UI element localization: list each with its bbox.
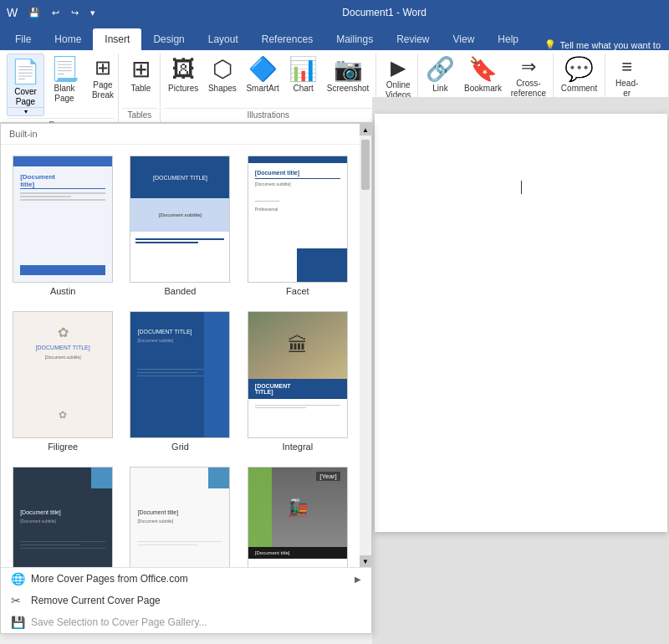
illustrations-group-items: 🖼 Pictures ⬡ Shapes 🔷 SmartArt 📊 Chart 📷 — [164, 54, 372, 106]
blank-page-label: BlankPage — [54, 84, 74, 104]
chart-icon: 📊 — [289, 58, 318, 81]
facet-thumbnail: [Document title] [Document subtitle] ———… — [248, 156, 348, 283]
shapes-label: Shapes — [208, 84, 237, 94]
customize-button[interactable]: ▾ — [86, 6, 100, 20]
more-cover-pages-label: More Cover Pages from Office.com — [31, 573, 188, 585]
template-austin[interactable]: [Documenttitle] Austin — [8, 151, 118, 300]
template-integral[interactable]: 🏛 [DOCUMENT TITLE] Integral — [243, 307, 353, 456]
cover-page-dropdown-arrow[interactable]: ▾ — [7, 108, 44, 116]
tab-review[interactable]: Review — [385, 28, 441, 50]
remove-cover-page-label: Remove Current Cover Page — [31, 595, 161, 606]
screenshot-button[interactable]: 📷 Screenshot — [324, 54, 372, 96]
screenshot-label: Screenshot — [327, 84, 370, 94]
save-selection-item: 💾 Save Selection to Cover Page Gallery..… — [1, 611, 371, 633]
cover-page-split-button[interactable]: 📄 CoverPage ▾ — [7, 54, 44, 116]
window-title: Document1 - Word — [106, 7, 662, 18]
banded-thumbnail: [DOCUMENT TITLE] [Document subtitle] — [130, 156, 230, 283]
template-ion-light[interactable]: [Document title] [Document subtitle] Ion… — [125, 463, 235, 567]
template-ion-dark[interactable]: [Document title] [Document subtitle] Ion… — [8, 463, 118, 567]
template-banded[interactable]: [DOCUMENT TITLE] [Document subtitle] Ban… — [125, 151, 235, 300]
cover-page-dropdown: Built-in [Documenttitle] Austin — [0, 123, 372, 634]
grid-thumbnail: [DOCUMENT TITLE] [Document subtitle] — [130, 311, 230, 438]
tables-group-items: ⊞ Table — [122, 54, 156, 106]
comment-button[interactable]: 💬 Comment — [557, 54, 600, 96]
bookmark-label: Bookmark — [464, 84, 502, 94]
smartart-label: SmartArt — [246, 84, 278, 94]
cover-page-icon: 📄 — [11, 58, 40, 85]
tab-insert[interactable]: Insert — [93, 28, 141, 50]
shapes-icon: ⬡ — [212, 58, 232, 81]
shapes-button[interactable]: ⬡ Shapes — [204, 54, 241, 96]
austin-label: Austin — [50, 286, 76, 296]
pictures-icon: 🖼 — [171, 58, 195, 81]
header-icon: ≡ — [621, 58, 632, 76]
more-cover-pages-icon: 🌐 — [11, 572, 24, 585]
scroll-up-button[interactable]: ▲ — [360, 124, 371, 135]
scroll-down-button[interactable]: ▼ — [360, 555, 371, 567]
template-motion[interactable]: 🚂 [Year] [Document title] Motion — [243, 463, 353, 567]
scroll-thumb[interactable] — [361, 140, 370, 190]
pages-group: 📄 CoverPage ▾ 📃 BlankPage ⊞ PageBreak Pa… — [3, 54, 119, 122]
tab-file[interactable]: File — [3, 28, 43, 50]
search-area: 💡 Tell me what you want to — [536, 39, 669, 50]
motion-thumbnail: 🚂 [Year] [Document title] — [248, 467, 348, 567]
smartart-button[interactable]: 🔷 SmartArt — [243, 54, 283, 96]
table-label: Table — [130, 84, 151, 94]
document-page — [375, 114, 667, 532]
document-area — [372, 97, 669, 644]
link-icon: 🔗 — [426, 58, 455, 81]
remove-cover-page-item[interactable]: ✂ Remove Current Cover Page — [1, 590, 371, 611]
ion-dark-thumbnail: [Document title] [Document subtitle] — [13, 467, 113, 567]
tab-view[interactable]: View — [442, 28, 487, 50]
tab-mailings[interactable]: Mailings — [324, 28, 385, 50]
more-cover-pages-arrow: ▶ — [355, 575, 361, 584]
table-button[interactable]: ⊞ Table — [122, 54, 159, 96]
tab-layout[interactable]: Layout — [197, 28, 250, 50]
cross-reference-button[interactable]: ⇒ Cross-reference — [507, 54, 549, 101]
template-filigree[interactable]: ✿ [DOCUMENT TITLE] [Document subtitle] ✿… — [8, 307, 118, 456]
banded-label: Banded — [165, 286, 197, 296]
online-videos-button[interactable]: ▶ OnlineVideos — [380, 54, 416, 103]
save-selection-label: Save Selection to Cover Page Gallery... — [31, 616, 207, 628]
search-label[interactable]: Tell me what you want to — [560, 40, 661, 50]
quick-access-toolbar: 💾 ↩ ↪ ▾ — [24, 6, 100, 20]
dropdown-scrollbar[interactable]: ▲ ▼ — [360, 124, 371, 567]
link-button[interactable]: 🔗 Link — [421, 54, 459, 96]
cover-page-button[interactable]: 📄 CoverPage — [7, 54, 44, 108]
table-icon: ⊞ — [131, 58, 151, 81]
template-grid[interactable]: [DOCUMENT TITLE] [Document subtitle] Gri… — [125, 307, 235, 456]
page-break-label: PageBreak — [92, 80, 114, 100]
scroll-track — [360, 135, 371, 555]
bookmark-button[interactable]: 🔖 Bookmark — [461, 54, 506, 96]
tab-home[interactable]: Home — [43, 28, 93, 50]
page-break-button[interactable]: ⊞ PageBreak — [84, 54, 121, 103]
redo-button[interactable]: ↪ — [67, 6, 83, 20]
comment-label: Comment — [561, 84, 597, 94]
facet-label: Facet — [286, 286, 309, 296]
comment-icon: 💬 — [564, 58, 594, 81]
pictures-button[interactable]: 🖼 Pictures — [164, 54, 202, 96]
title-bar: W 💾 ↩ ↪ ▾ Document1 - Word — [0, 0, 669, 25]
header-footer-group-items: ≡ Head-er — [609, 54, 665, 101]
remove-cover-page-icon: ✂ — [11, 594, 24, 607]
undo-button[interactable]: ↩ — [48, 6, 64, 20]
chart-button[interactable]: 📊 Chart — [284, 54, 322, 96]
tab-design[interactable]: Design — [141, 28, 196, 50]
bookmark-icon: 🔖 — [468, 58, 498, 81]
tab-references[interactable]: References — [250, 28, 324, 50]
chart-label: Chart — [293, 84, 313, 94]
header-button[interactable]: ≡ Head-er — [609, 54, 646, 101]
blank-page-button[interactable]: 📃 BlankPage — [46, 54, 83, 106]
lightbulb-icon: 💡 — [544, 39, 556, 50]
template-facet[interactable]: [Document title] [Document subtitle] ———… — [243, 151, 353, 300]
pictures-label: Pictures — [168, 84, 198, 94]
cross-reference-icon: ⇒ — [521, 58, 536, 76]
grid-label: Grid — [171, 442, 189, 452]
more-cover-pages-item[interactable]: 🌐 More Cover Pages from Office.com ▶ — [1, 568, 371, 590]
tab-help[interactable]: Help — [486, 28, 530, 50]
austin-thumbnail: [Documenttitle] — [13, 156, 113, 283]
header-label: Head-er — [615, 79, 638, 99]
illustrations-group-label: Illustrations — [164, 108, 372, 122]
save-button[interactable]: 💾 — [24, 6, 44, 20]
dropdown-footer: 🌐 More Cover Pages from Office.com ▶ ✂ R… — [1, 567, 371, 633]
